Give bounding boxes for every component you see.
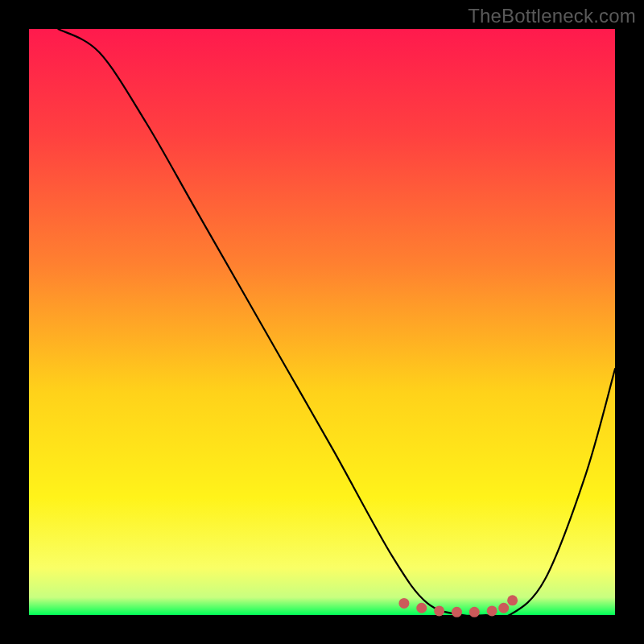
optimal-marker-dot [507, 595, 518, 605]
optimal-marker-dot [434, 605, 444, 616]
optimal-marker-dot [469, 607, 480, 617]
optimal-marker-dot [416, 603, 427, 613]
watermark-text: TheBottleneck.com [468, 5, 636, 27]
chart-canvas [0, 0, 644, 644]
optimal-marker-dot [498, 603, 509, 613]
chart-root: TheBottleneck.com [0, 0, 644, 644]
optimal-marker-dot [398, 598, 409, 609]
optimal-marker-dot [452, 607, 462, 617]
plot-background [29, 29, 615, 615]
optimal-marker-dot [487, 605, 497, 616]
